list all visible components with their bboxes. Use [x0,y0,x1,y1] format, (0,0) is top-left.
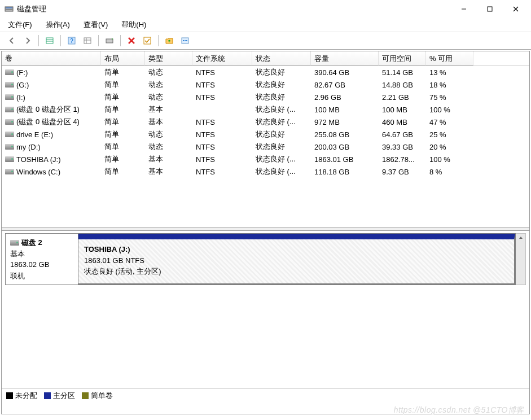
col-header-status[interactable]: 状态 [252,51,311,65]
volume-capacity: 82.67 GB [311,80,379,90]
window-title: 磁盘管理 [17,4,451,14]
menu-action[interactable]: 操作(A) [42,19,73,31]
table-row[interactable]: Windows (C:)简单基本NTFS状态良好 (...118.18 GB9.… [2,165,529,178]
volume-percent: 100 % [426,104,473,115]
svg-point-22 [186,40,187,41]
drive-icon [5,82,14,88]
volume-status: 状态良好 [252,91,311,103]
view-details-button[interactable] [80,34,95,47]
table-row[interactable]: my (D:)简单动态NTFS状态良好200.03 GB39.33 GB20 % [2,141,529,153]
swatch-navy-icon [44,392,51,399]
maximize-button[interactable] [477,1,503,18]
partition-status: 状态良好 (活动, 主分区) [84,266,508,277]
partition-block[interactable]: TOSHIBA (J:) 1863.01 GB NTFS 状态良好 (活动, 主… [78,234,515,285]
volume-free: 1862.78... [379,154,426,165]
volume-free: 460 MB [379,117,426,128]
volume-percent: 8 % [426,167,473,177]
disk-size: 1863.02 GB [10,259,73,270]
volume-type: 基本 [145,153,192,165]
volume-free: 64.67 GB [379,129,426,140]
disk-icon [10,240,19,246]
help-button[interactable]: ? [64,34,79,47]
volume-type: 基本 [145,116,192,128]
volume-capacity: 100 MB [311,104,379,115]
disk-info[interactable]: 磁盘 2 基本 1863.02 GB 联机 [5,233,78,285]
toolbar-separator [98,35,99,46]
volume-name: Windows (C:) [16,168,60,176]
volume-percent: 47 % [426,117,473,128]
col-header-capacity[interactable]: 容量 [311,51,379,65]
settings-button[interactable] [178,34,192,47]
drive-icon [5,144,14,150]
table-row[interactable]: (G:)简单动态NTFS状态良好82.67 GB14.88 GB18 % [2,78,529,91]
drive-icon [5,69,14,75]
svg-point-21 [185,40,186,41]
check-button[interactable] [140,34,155,47]
table-row[interactable]: (F:)简单动态NTFS状态良好390.64 GB51.14 GB13 % [2,66,529,78]
volume-fs: NTFS [192,80,252,90]
table-row[interactable]: drive E (E:)简单动态NTFS状态良好255.08 GB64.67 G… [2,128,529,141]
minimize-button[interactable] [451,1,477,18]
disk-type: 基本 [10,248,73,260]
col-header-filesystem[interactable]: 文件系统 [192,51,252,65]
col-header-layout[interactable]: 布局 [101,51,145,65]
svg-point-20 [183,40,184,41]
toolbar-separator [38,35,39,46]
close-button[interactable] [503,1,529,18]
volume-status: 状态良好 [252,141,311,153]
refresh-button[interactable] [102,34,117,47]
disk-map-pane: 磁盘 2 基本 1863.02 GB 联机 TOSHIBA (J:) 1863.… [2,231,529,388]
forward-button[interactable] [20,34,35,47]
col-header-free[interactable]: 可用空间 [379,51,426,65]
volume-fs: NTFS [192,129,252,140]
folder-up-button[interactable] [162,34,177,47]
volume-percent: 100 % [426,154,473,165]
volume-list[interactable]: (F:)简单动态NTFS状态良好390.64 GB51.14 GB13 %(G:… [2,66,529,228]
volume-fs: NTFS [192,92,252,103]
partition-info: 1863.01 GB NTFS [84,255,508,266]
menu-file[interactable]: 文件(F) [5,19,36,31]
volume-status: 状态良好 [252,78,311,91]
menu-view[interactable]: 查看(V) [80,19,111,31]
drive-icon [5,119,14,125]
volume-status: 状态良好 (... [252,153,311,165]
volume-percent: 18 % [426,80,473,90]
table-row[interactable]: (磁盘 0 磁盘分区 1)简单基本状态良好 (...100 MB100 MB10… [2,103,529,116]
delete-button[interactable] [124,34,139,47]
partition-name: TOSHIBA (J:) [84,244,508,255]
legend-primary: 主分区 [44,391,75,401]
volume-fs: NTFS [192,167,252,177]
volume-status: 状态良好 (... [252,116,311,128]
vertical-scrollbar[interactable] [516,233,526,285]
volume-status: 状态良好 (... [252,165,311,178]
table-row[interactable]: TOSHIBA (J:)简单基本NTFS状态良好 (...1863.01 GB1… [2,153,529,165]
volume-fs: NTFS [192,154,252,165]
volume-name: drive E (E:) [16,130,53,139]
disk-label: 磁盘 2 [21,237,42,248]
volume-name: my (D:) [16,143,41,151]
drive-icon [5,94,14,100]
legend-simple: 简单卷 [82,391,113,401]
volume-layout: 简单 [101,153,145,165]
col-header-type[interactable]: 类型 [145,51,192,65]
volume-free: 51.14 GB [379,67,426,78]
menu-help[interactable]: 帮助(H) [118,19,150,31]
table-row[interactable]: (I:)简单动态NTFS状态良好2.96 GB2.21 GB75 % [2,91,529,103]
view-list-button[interactable] [42,34,57,47]
disk-partition-map: TOSHIBA (J:) 1863.01 GB NTFS 状态良好 (活动, 主… [78,233,516,285]
col-header-volume[interactable]: 卷 [2,51,101,65]
volume-fs: NTFS [192,67,252,78]
volume-type: 动态 [145,128,192,141]
swatch-olive-icon [82,392,89,399]
volume-percent: 20 % [426,142,473,152]
drive-icon [5,132,14,137]
volume-layout: 简单 [101,78,145,91]
table-row[interactable]: (磁盘 0 磁盘分区 4)简单基本NTFS状态良好 (...972 MB460 … [2,116,529,128]
volume-free: 9.37 GB [379,167,426,177]
back-button[interactable] [5,34,19,47]
volume-capacity: 255.08 GB [311,129,379,140]
volume-fs: NTFS [192,117,252,128]
col-header-percent[interactable]: % 可用 [426,51,473,65]
volume-name: (磁盘 0 磁盘分区 1) [16,104,80,115]
disk-row[interactable]: 磁盘 2 基本 1863.02 GB 联机 TOSHIBA (J:) 1863.… [5,233,526,285]
